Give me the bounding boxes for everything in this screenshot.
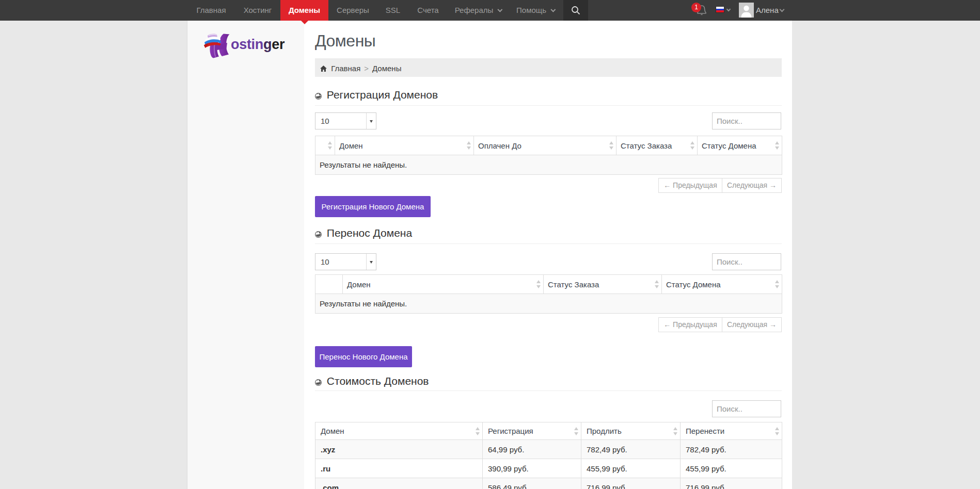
svg-text:ostinger: ostinger: [231, 37, 285, 52]
